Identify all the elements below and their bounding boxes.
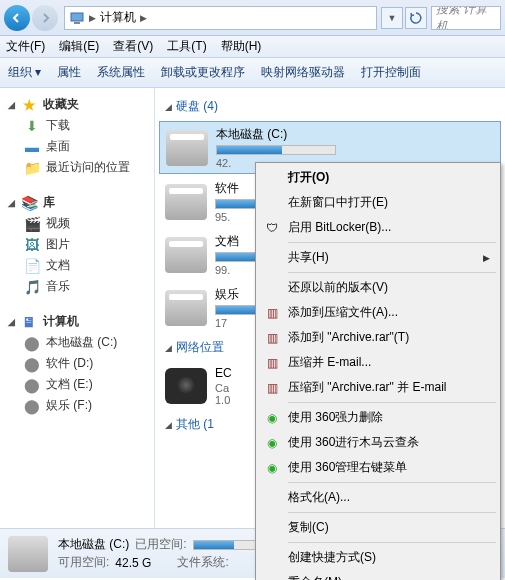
svg-rect-0 (71, 13, 83, 21)
rar-icon: ▥ (264, 380, 280, 396)
drive-icon (165, 184, 207, 220)
camera-icon (165, 368, 207, 404)
recent-icon: 📁 (24, 160, 40, 176)
context-menu-item[interactable]: ▥压缩并 E-mail... (258, 350, 498, 375)
shield-icon: 🛡 (264, 220, 280, 236)
context-menu-item[interactable]: ▥添加到 "Archive.rar"(T) (258, 325, 498, 350)
drv-icon: ⬤ (24, 377, 40, 393)
svg-rect-1 (74, 22, 80, 24)
vid-icon: 🎬 (24, 216, 40, 232)
context-menu-item[interactable]: 格式化(A)... (258, 485, 498, 510)
sidebar-item[interactable]: 📄文档 (0, 255, 154, 276)
breadcrumb-separator: ▶ (140, 13, 147, 23)
360-icon: ◉ (264, 435, 280, 451)
desk-icon: ▬ (24, 139, 40, 155)
section-header-drives[interactable]: ◢ 硬盘 (4) (159, 94, 501, 119)
sidebar-item[interactable]: 🖼图片 (0, 234, 154, 255)
collapse-icon: ◢ (165, 420, 172, 430)
context-menu-item[interactable]: 创建快捷方式(S) (258, 545, 498, 570)
drv-icon: ⬤ (24, 356, 40, 372)
drive-icon (165, 237, 207, 273)
mus-icon: 🎵 (24, 279, 40, 295)
star-icon: ★ (21, 97, 37, 113)
back-button[interactable] (4, 5, 30, 31)
breadcrumb-separator: ▶ (89, 13, 96, 23)
breadcrumb[interactable]: ▶ 计算机 ▶ (64, 6, 377, 30)
sidebar-item[interactable]: 🎬视频 (0, 213, 154, 234)
360-icon: ◉ (264, 410, 280, 426)
sidebar-header[interactable]: ◢🖥计算机 (0, 311, 154, 332)
toolbar: 组织 ▾属性系统属性卸载或更改程序映射网络驱动器打开控制面 (0, 58, 505, 88)
context-menu-item[interactable]: 在新窗口中打开(E) (258, 190, 498, 215)
usage-bar (193, 540, 263, 550)
toolbar-item[interactable]: 打开控制面 (361, 64, 421, 81)
context-menu-item[interactable]: ▥压缩到 "Archive.rar" 并 E-mail (258, 375, 498, 400)
drive-icon (166, 130, 208, 166)
context-menu-item[interactable]: ◉使用 360管理右键菜单 (258, 455, 498, 480)
drive-icon (165, 290, 207, 326)
img-icon: 🖼 (24, 237, 40, 253)
sidebar-item[interactable]: ▬桌面 (0, 136, 154, 157)
context-menu-item[interactable]: ◉使用 360强力删除 (258, 405, 498, 430)
sidebar-item[interactable]: ⬇下载 (0, 115, 154, 136)
toolbar-item[interactable]: 属性 (57, 64, 81, 81)
context-menu-item[interactable]: 共享(H)▶ (258, 245, 498, 270)
sidebar-header[interactable]: ◢★收藏夹 (0, 94, 154, 115)
refresh-button[interactable] (405, 7, 427, 29)
menu-item[interactable]: 查看(V) (113, 38, 153, 55)
sidebar-item[interactable]: ⬤软件 (D:) (0, 353, 154, 374)
breadcrumb-text[interactable]: 计算机 (100, 9, 136, 26)
toolbar-item[interactable]: 卸载或更改程序 (161, 64, 245, 81)
menu-item[interactable]: 编辑(E) (59, 38, 99, 55)
context-menu-item[interactable]: 还原以前的版本(V) (258, 275, 498, 300)
dropdown-button[interactable]: ▼ (381, 7, 403, 29)
collapse-icon: ◢ (165, 343, 172, 353)
rar-icon: ▥ (264, 355, 280, 371)
drive-icon (8, 536, 48, 572)
menu-item[interactable]: 工具(T) (167, 38, 206, 55)
doc-icon: 📄 (24, 258, 40, 274)
collapse-icon: ◢ (165, 102, 172, 112)
sidebar-item[interactable]: 🎵音乐 (0, 276, 154, 297)
rar-icon: ▥ (264, 305, 280, 321)
menu-item[interactable]: 帮助(H) (221, 38, 262, 55)
context-menu: 打开(O)在新窗口中打开(E)🛡启用 BitLocker(B)...共享(H)▶… (255, 162, 501, 580)
comp-icon: 🖥 (21, 314, 37, 330)
breadcrumb-actions: ▼ (381, 7, 427, 29)
context-menu-item[interactable]: 复制(C) (258, 515, 498, 540)
dl-icon: ⬇ (24, 118, 40, 134)
sidebar: ◢★收藏夹⬇下载▬桌面📁最近访问的位置◢📚库🎬视频🖼图片📄文档🎵音乐◢🖥计算机⬤… (0, 88, 155, 528)
menubar: 文件(F)编辑(E)查看(V)工具(T)帮助(H) (0, 36, 505, 58)
sidebar-item[interactable]: ⬤本地磁盘 (C:) (0, 332, 154, 353)
context-menu-item[interactable]: 重命名(M) (258, 570, 498, 580)
toolbar-item[interactable]: 组织 ▾ (8, 64, 41, 81)
drv-icon: ⬤ (24, 398, 40, 414)
context-menu-item[interactable]: 打开(O) (258, 165, 498, 190)
lib-icon: 📚 (21, 195, 37, 211)
rar-icon: ▥ (264, 330, 280, 346)
nav-buttons (4, 5, 58, 31)
sidebar-item[interactable]: ⬤娱乐 (F:) (0, 395, 154, 416)
sidebar-item[interactable]: ⬤文档 (E:) (0, 374, 154, 395)
360-icon: ◉ (264, 460, 280, 476)
computer-icon (69, 10, 85, 26)
forward-button[interactable] (32, 5, 58, 31)
context-menu-item[interactable]: 🛡启用 BitLocker(B)... (258, 215, 498, 240)
toolbar-item[interactable]: 系统属性 (97, 64, 145, 81)
status-title: 本地磁盘 (C:) (58, 536, 129, 553)
sidebar-item[interactable]: 📁最近访问的位置 (0, 157, 154, 178)
context-menu-item[interactable]: ▥添加到压缩文件(A)... (258, 300, 498, 325)
sidebar-header[interactable]: ◢📚库 (0, 192, 154, 213)
context-menu-item[interactable]: ◉使用 360进行木马云查杀 (258, 430, 498, 455)
menu-item[interactable]: 文件(F) (6, 38, 45, 55)
titlebar: ▶ 计算机 ▶ ▼ 搜索 计算机 (0, 0, 505, 36)
drv-icon: ⬤ (24, 335, 40, 351)
search-input[interactable]: 搜索 计算机 (431, 6, 501, 30)
search-placeholder: 搜索 计算机 (436, 6, 496, 30)
toolbar-item[interactable]: 映射网络驱动器 (261, 64, 345, 81)
